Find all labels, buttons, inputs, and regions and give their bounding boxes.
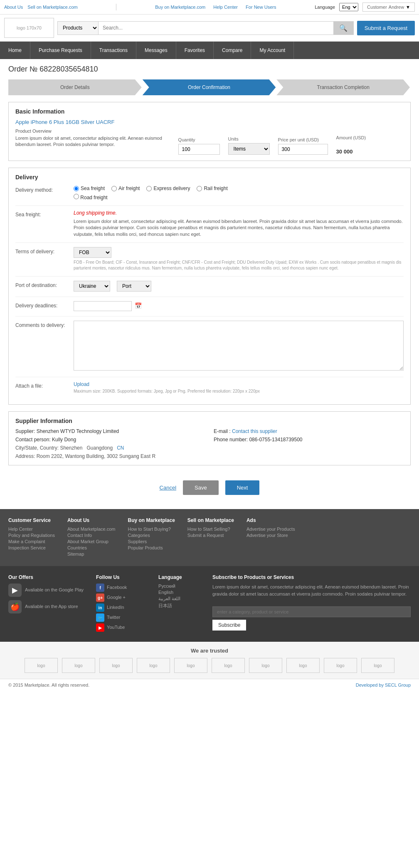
- footer-help-center[interactable]: Help Center: [8, 527, 55, 532]
- rail-option[interactable]: Rail freight: [197, 185, 227, 191]
- for-new-users-link[interactable]: For New Users: [246, 5, 276, 10]
- port-country-select[interactable]: Ukraine Germany China USA: [74, 281, 110, 292]
- port-content: Ukraine Germany China USA Port Odessa Kh…: [74, 281, 404, 292]
- lang-english[interactable]: English: [158, 590, 200, 595]
- footer-about-market-group[interactable]: About Market Group: [67, 539, 116, 544]
- quantity-input[interactable]: [178, 144, 220, 155]
- deadline-input[interactable]: [74, 301, 132, 311]
- contact-supplier-link[interactable]: Contact this supplier: [232, 428, 277, 434]
- footer-advertise-store[interactable]: Advertise your Store: [246, 533, 295, 538]
- secl-link[interactable]: Developed by SECL Group: [356, 683, 411, 687]
- nav-transactions[interactable]: Transactions: [91, 42, 136, 59]
- footer-how-buy[interactable]: How to Start Buying?: [128, 527, 175, 532]
- footer-inspection[interactable]: Inspection Service: [8, 545, 55, 550]
- units-select[interactable]: Items Pieces Sets: [228, 143, 270, 155]
- buy-on-link[interactable]: Buy on Marketplace.com: [155, 5, 205, 10]
- trust-logo-2: logo: [62, 658, 95, 673]
- search-inner: Products Suppliers Companies 🔍: [57, 21, 354, 35]
- amount-value: 30 000: [336, 148, 366, 155]
- help-center-link[interactable]: Help Center: [213, 5, 238, 10]
- facebook-link[interactable]: Facebook: [107, 585, 127, 590]
- trust-logos: logo logo logo logo logo logo logo logo …: [8, 658, 411, 673]
- express-option[interactable]: Express delivery: [146, 185, 190, 191]
- footer-how-sell[interactable]: How to Start Selling?: [187, 527, 234, 532]
- price-input[interactable]: [278, 144, 328, 155]
- footer-bottom: Our Offers ▶ Avaliable on the Google Pla…: [0, 566, 419, 642]
- footer-popular[interactable]: Popular Products: [128, 545, 175, 550]
- product-desc: Lorem ipsum dolor sit amet, consectetur …: [15, 135, 166, 148]
- supplier-name: Shenzhen WTYD Technology Limited: [37, 428, 119, 434]
- air-freight-option[interactable]: Air freight: [111, 185, 140, 191]
- youtube-icon: ▶: [96, 623, 104, 632]
- comments-textarea[interactable]: [74, 321, 404, 371]
- footer-policy[interactable]: Policy and Regulations: [8, 533, 55, 538]
- trust-logo-7: logo: [249, 658, 282, 673]
- footer-advertise-products[interactable]: Advertise your Products: [246, 527, 295, 532]
- lang-arabic[interactable]: اللغة العربية: [158, 596, 200, 601]
- nav-messages[interactable]: Messages: [136, 42, 176, 59]
- cancel-button[interactable]: Cancel: [160, 480, 176, 495]
- supplier-label: Supplier:: [15, 428, 35, 434]
- country-link[interactable]: CN: [117, 445, 124, 451]
- language-label: Language: [315, 5, 335, 10]
- about-us-link[interactable]: About Us: [4, 5, 23, 10]
- sell-on-link[interactable]: Sell on Marketplace.com: [27, 5, 77, 10]
- linkedin-link[interactable]: LinkedIn: [107, 605, 124, 610]
- submit-request-button[interactable]: Submit a Request: [357, 21, 415, 35]
- search-input[interactable]: [99, 22, 333, 35]
- copyright-text: © 2015 Marketplace. All rights reserved.: [8, 683, 89, 687]
- nav-home[interactable]: Home: [0, 42, 30, 59]
- subscribe-input[interactable]: [212, 606, 411, 617]
- our-offers-heading: Our Offers: [8, 574, 84, 580]
- top-bar: About Us Sell on Marketplace.com Buy on …: [0, 0, 419, 15]
- footer-about-marketplace[interactable]: About Marketplace.com: [67, 527, 116, 532]
- nav-favorites[interactable]: Favorites: [176, 42, 214, 59]
- search-button[interactable]: 🔍: [333, 22, 353, 35]
- facebook-item: f Facebook: [96, 584, 146, 592]
- app-store-link[interactable]: Avaliable on the App store: [25, 604, 78, 609]
- calendar-icon[interactable]: 📅: [135, 302, 142, 309]
- nav-compare[interactable]: Compare: [214, 42, 251, 59]
- road-option[interactable]: Road freight: [74, 195, 108, 200]
- footer-submit-request[interactable]: Submit a Request: [187, 533, 234, 538]
- footer-language: Language Русский English اللغة العربية 日…: [158, 574, 200, 633]
- sea-freight-option[interactable]: Sea freight: [74, 185, 105, 191]
- deadlines-field: Delivery deadlines: 📅: [15, 297, 404, 311]
- delivery-title: Delivery: [15, 174, 404, 181]
- next-button[interactable]: Next: [225, 480, 260, 495]
- footer-categories[interactable]: Categories: [128, 533, 175, 538]
- page-content: Order № 68228035654810 Order Details Ord…: [0, 59, 419, 509]
- units-label: Units: [228, 136, 270, 141]
- price-label: Price per unit (USD): [278, 137, 328, 142]
- customer-label: Customer: [367, 5, 387, 10]
- category-select[interactable]: Products Suppliers Companies: [58, 22, 99, 35]
- phone-row: Phone number: 086-0755-13418739500: [214, 437, 404, 443]
- subscribe-button[interactable]: Subscribe: [212, 620, 246, 631]
- overview-label: Product Overview: [15, 129, 404, 134]
- footer-sell: Sell on Marketplace How to Start Selling…: [187, 517, 234, 558]
- footer-sitemap[interactable]: Sitemap: [67, 551, 116, 556]
- youtube-link[interactable]: YouTube: [107, 625, 125, 630]
- quantity-label: Quantity: [178, 137, 220, 142]
- footer-contact-info[interactable]: Contact Info: [67, 533, 116, 538]
- port-name-select[interactable]: Port Odessa Kherson: [117, 281, 151, 292]
- main-nav: Home Purchase Requests Transactions Mess…: [0, 42, 419, 59]
- lang-russian[interactable]: Русский: [158, 584, 200, 589]
- save-button[interactable]: Save: [183, 480, 219, 495]
- twitter-icon: 🐦: [96, 613, 104, 622]
- nav-my-account[interactable]: My Account: [251, 42, 294, 59]
- footer-suppliers[interactable]: Suppliers: [128, 539, 175, 544]
- lang-japanese[interactable]: 日本語: [158, 603, 200, 609]
- footer-complaint[interactable]: Make a Complaint: [8, 539, 55, 544]
- terms-select[interactable]: FOB CIF CNF/CFR DDU EXW: [74, 247, 111, 258]
- twitter-link[interactable]: Twitter: [107, 615, 120, 620]
- googleplus-link[interactable]: Google +: [107, 595, 126, 600]
- upload-link[interactable]: Upload: [74, 381, 89, 387]
- address: Room 2202, Wantong Building, 3002 Sungan…: [37, 453, 155, 459]
- customer-button[interactable]: Customer Andrew ▼: [362, 2, 415, 12]
- footer-ads-heading: Ads: [246, 517, 295, 523]
- footer-countries[interactable]: Countries: [67, 545, 116, 550]
- google-play-link[interactable]: Avaliable on the Google Play: [25, 587, 84, 592]
- language-select[interactable]: Eng: [339, 3, 358, 11]
- nav-purchase-requests[interactable]: Purchase Requests: [30, 42, 91, 59]
